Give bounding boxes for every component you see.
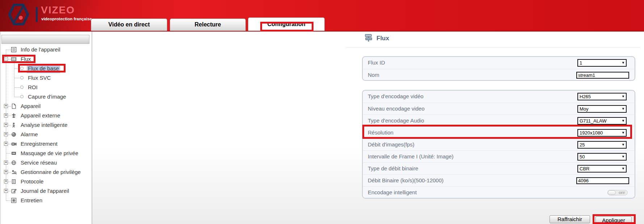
toggle-state-label: OFF	[619, 191, 625, 195]
sidebar-item-recording[interactable]: +Enregistrement	[1, 139, 92, 149]
smart-encoding-toggle[interactable]: OFF	[607, 190, 628, 195]
device-icon	[11, 103, 17, 109]
alarm-icon	[11, 132, 17, 137]
privilege-manager-icon	[11, 169, 17, 175]
i-frame-interval-select[interactable]: 50▼	[577, 153, 627, 161]
device-info-icon	[11, 47, 17, 53]
sidebar-item-label: Masquage de vie privée	[20, 149, 79, 158]
sidebar-item-external-device[interactable]: +Appareil externe	[1, 111, 92, 120]
select-value: Moy	[580, 106, 589, 112]
sidebar-item-stream[interactable]: -Flux	[1, 54, 92, 64]
sidebar-item-svc-stream[interactable]: Flux SVC	[1, 73, 92, 83]
sidebar-item-alarm[interactable]: +Alarme	[1, 130, 92, 139]
header-bar: VIZEO videoprotection française Vidéo en…	[0, 0, 644, 32]
video-encoding-type-select[interactable]: H265▼	[577, 93, 627, 100]
sidebar-item-privilege-manager[interactable]: +Gestionnaire de privilège	[1, 167, 92, 177]
frame-rate-select[interactable]: 25▼	[577, 141, 627, 149]
recording-icon	[11, 141, 17, 147]
audio-encoding-type-select[interactable]: G711_ALAW▼	[577, 117, 627, 125]
sidebar: Info de l'appareil-FluxFlux de baseFlux …	[0, 32, 92, 224]
sidebar-item-image-capture[interactable]: Capure d'image	[1, 92, 92, 101]
sidebar-item-device[interactable]: +Appareil	[1, 101, 92, 111]
form-row-bitrate-type: Type de débit binaireCBR▼	[363, 162, 635, 174]
select-value: 50	[580, 154, 585, 160]
tree-expander-icon[interactable]: +	[4, 113, 8, 117]
form-row-resolution: Résolution1920x1080▼	[363, 126, 635, 138]
sidebar-item-protocol[interactable]: +Protocole	[1, 177, 92, 186]
privacy-mask-icon	[11, 150, 17, 156]
sidebar-item-label: Enregistrement	[20, 139, 59, 149]
dropdown-arrow-icon: ▼	[622, 143, 625, 146]
sidebar-item-privacy-mask[interactable]: Masquage de vie privée	[1, 149, 92, 158]
sidebar-item-roi[interactable]: ROI	[1, 83, 92, 92]
form-row-audio-encoding-type: Type d'encodage AudioG711_ALAW▼	[363, 115, 635, 126]
tree-expander-icon[interactable]: +	[4, 142, 8, 146]
tab-video-en-direct[interactable]: Vidéo en direct	[91, 18, 167, 31]
sidebar-item-label: Protocole	[20, 177, 45, 186]
dropdown-arrow-icon: ▼	[622, 119, 625, 123]
page-title: Flux	[376, 35, 389, 42]
sidebar-item-label: Appareil	[20, 101, 42, 111]
sidebar-item-device-info[interactable]: Info de l'appareil	[1, 45, 92, 54]
dropdown-arrow-icon: ▼	[622, 155, 625, 158]
form-row-video-encoding-level: Niveau encodage videoMoy▼	[363, 103, 635, 115]
select-value: 25	[580, 142, 585, 148]
tree-expander-icon[interactable]: +	[4, 161, 8, 165]
tree-expander-icon[interactable]: +	[4, 189, 8, 193]
encoding-settings-group: Type d'encodage vidéoH265▼Niveau encodag…	[362, 90, 635, 199]
flux-id-select[interactable]: 1▼	[577, 59, 627, 67]
content-divider	[346, 47, 640, 47]
form-label: Nom	[368, 69, 379, 81]
form-label: Type d'encodage Audio	[368, 115, 424, 126]
brand-name: VIZEO	[41, 4, 75, 16]
nom-input[interactable]	[576, 72, 629, 79]
tree-expander-icon[interactable]: +	[4, 132, 8, 136]
tree-expander-icon[interactable]: -	[4, 57, 8, 61]
form-label: Type d'encodage vidéo	[368, 91, 424, 102]
tab-configuration[interactable]: Configuration	[248, 17, 325, 31]
bitrate-input[interactable]	[576, 177, 629, 184]
external-device-icon	[11, 113, 17, 119]
sidebar-item-maintenance[interactable]: Entretien	[1, 196, 92, 205]
brand-tagline: videoprotection française	[41, 17, 92, 21]
dropdown-arrow-icon: ▼	[622, 107, 625, 111]
smart-analysis-icon	[11, 122, 17, 128]
sidebar-item-label: Appareil externe	[20, 111, 61, 120]
select-value: CBR	[580, 166, 589, 172]
form-row-video-encoding-type: Type d'encodage vidéoH265▼	[363, 91, 635, 103]
protocol-icon	[11, 179, 17, 184]
radio-icon	[20, 76, 24, 79]
select-value: H265	[580, 94, 591, 100]
sidebar-item-smart-analysis[interactable]: +Analyse intelligente	[1, 120, 92, 130]
sidebar-item-device-log[interactable]: +Journal de l'appareil	[1, 186, 92, 196]
form-label: Débit Binaire (ko/s)(500-12000)	[368, 175, 443, 186]
sidebar-item-basic-stream[interactable]: Flux de base	[1, 64, 92, 73]
video-encoding-level-select[interactable]: Moy▼	[577, 105, 627, 113]
resolution-select[interactable]: 1920x1080▼	[577, 129, 627, 137]
sidebar-header-bar	[1, 35, 89, 44]
tree-expander-icon[interactable]: +	[4, 179, 8, 183]
tree-expander-icon[interactable]: +	[4, 104, 8, 108]
radio-icon	[20, 67, 24, 70]
apply-button[interactable]: Appliquer	[595, 216, 632, 224]
vizeo-logo-icon	[7, 3, 30, 26]
bitrate-type-select[interactable]: CBR▼	[577, 165, 627, 173]
tree-expander-icon[interactable]: +	[4, 170, 8, 174]
radio-icon	[20, 95, 24, 98]
dropdown-arrow-icon: ▼	[622, 61, 625, 65]
select-value: 1920x1080	[580, 130, 603, 136]
form-label: Débit d'images(fps)	[368, 139, 414, 150]
form-row-i-frame-interval: Intervalle de Frame I (Unité: Image)50▼	[363, 150, 635, 162]
tree-expander-icon[interactable]: +	[4, 123, 8, 127]
form-row-smart-encoding: Encodage intelligentOFF	[363, 186, 635, 198]
refresh-button[interactable]: Raffraichir	[550, 215, 590, 223]
form-label: Flux ID	[368, 57, 385, 69]
dropdown-arrow-icon: ▼	[622, 131, 625, 134]
sidebar-item-label: ROI	[27, 83, 39, 92]
sidebar-item-label: Analyse intelligente	[20, 120, 68, 130]
stream-identity-group: Flux ID1▼Nom	[362, 56, 635, 81]
tab-relecture[interactable]: Relecture	[170, 18, 246, 31]
form-row-frame-rate: Débit d'images(fps)25▼	[363, 138, 635, 150]
sidebar-item-network-service[interactable]: +Service réseau	[1, 158, 92, 167]
select-value: 1	[580, 60, 582, 66]
